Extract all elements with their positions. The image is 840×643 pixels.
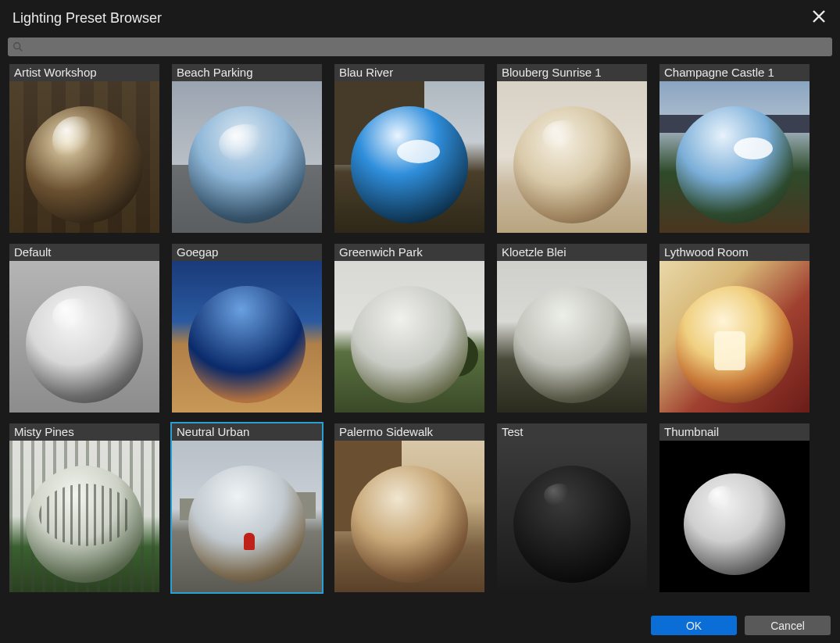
- preset-label: Neutral Urban: [172, 423, 322, 441]
- preset-card[interactable]: Champagne Castle 1: [658, 63, 811, 234]
- preset-label: Default: [9, 244, 159, 261]
- preset-card[interactable]: Test: [495, 422, 649, 594]
- preset-thumbnail: [334, 441, 484, 592]
- search-field-wrap[interactable]: [8, 38, 832, 56]
- preset-label: Greenwich Park: [334, 244, 484, 261]
- preset-thumbnail: [497, 261, 647, 413]
- preset-label: Test: [497, 423, 647, 441]
- preset-label: Misty Pines: [9, 423, 159, 441]
- header: Lighting Preset Browser: [0, 0, 840, 38]
- preset-thumbnail: [659, 81, 810, 233]
- preset-label: Beach Parking: [172, 64, 322, 81]
- preset-card[interactable]: Thumbnail: [658, 422, 811, 594]
- preset-thumbnail: [334, 261, 484, 413]
- preset-thumbnail: [334, 81, 484, 233]
- preset-thumbnail: [172, 261, 322, 413]
- preset-card[interactable]: Goegap: [170, 242, 323, 414]
- preset-card[interactable]: Misty Pines: [8, 422, 161, 594]
- preset-thumbnail: [659, 261, 810, 413]
- search-icon: [13, 41, 23, 52]
- preset-label: Blau River: [334, 64, 484, 81]
- preset-thumbnail: [9, 81, 159, 233]
- preset-thumbnail: [497, 441, 647, 592]
- preset-label: Thumbnail: [659, 423, 810, 441]
- preset-card[interactable]: Palermo Sidewalk: [333, 422, 486, 594]
- preset-card[interactable]: Kloetzle Blei: [495, 242, 649, 414]
- preset-thumbnail: [172, 441, 322, 592]
- preset-label: Artist Workshop: [9, 64, 159, 81]
- preset-label: Champagne Castle 1: [659, 64, 810, 81]
- svg-point-2: [14, 43, 20, 49]
- search-input[interactable]: [23, 41, 827, 53]
- search-bar: [0, 38, 840, 61]
- preset-card[interactable]: Blau River: [333, 63, 486, 234]
- preset-grid: Artist WorkshopBeach ParkingBlau RiverBl…: [0, 61, 840, 608]
- preset-card[interactable]: Neutral Urban: [170, 422, 323, 594]
- preset-thumbnail: [9, 441, 159, 592]
- cancel-button[interactable]: Cancel: [745, 616, 831, 635]
- preset-card[interactable]: Lythwood Room: [658, 242, 811, 414]
- window-title: Lighting Preset Browser: [13, 10, 162, 27]
- preset-label: Palermo Sidewalk: [334, 423, 484, 441]
- preset-thumbnail: [659, 441, 810, 592]
- preset-thumbnail: [497, 81, 647, 233]
- preset-card[interactable]: Artist Workshop: [8, 63, 161, 234]
- preset-label: Lythwood Room: [659, 244, 810, 261]
- preset-label: Blouberg Sunrise 1: [497, 64, 647, 81]
- ok-button[interactable]: OK: [651, 616, 737, 635]
- close-button[interactable]: [810, 8, 827, 28]
- preset-card[interactable]: Default: [8, 242, 161, 414]
- close-icon: [812, 9, 826, 23]
- svg-line-3: [20, 48, 22, 51]
- preset-thumbnail: [9, 261, 159, 413]
- preset-label: Goegap: [172, 244, 322, 261]
- footer: OK Cancel: [0, 608, 840, 643]
- preset-card[interactable]: Greenwich Park: [333, 242, 486, 414]
- preset-thumbnail: [172, 81, 322, 233]
- preset-card[interactable]: Beach Parking: [170, 63, 323, 234]
- preset-card[interactable]: Blouberg Sunrise 1: [495, 63, 649, 234]
- preset-label: Kloetzle Blei: [497, 244, 647, 261]
